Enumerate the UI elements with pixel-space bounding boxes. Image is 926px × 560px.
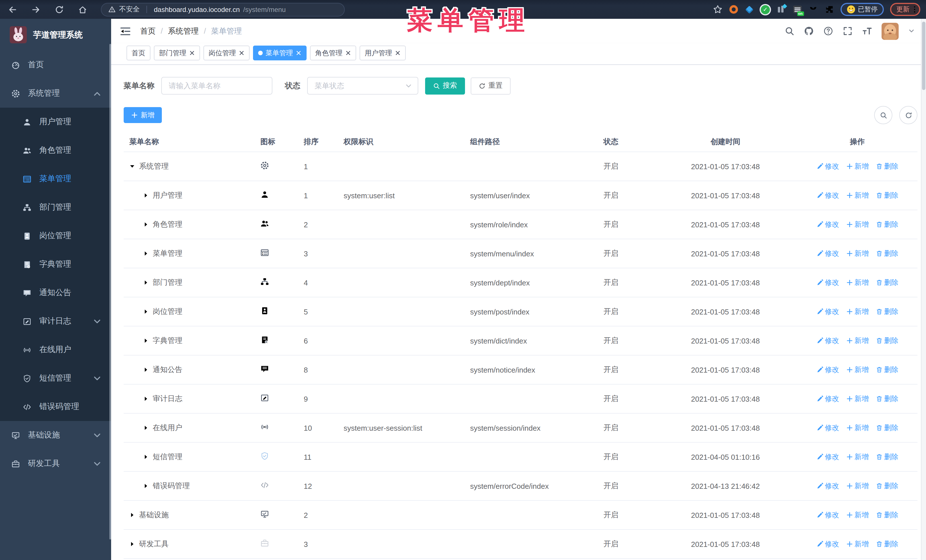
extension-columns-icon[interactable] bbox=[776, 5, 786, 14]
extension-orange-icon[interactable] bbox=[729, 5, 738, 14]
row-delete-link[interactable]: 删除 bbox=[876, 452, 898, 462]
user-avatar[interactable] bbox=[882, 23, 899, 39]
sidebar-item-基础设施[interactable]: 基础设施 bbox=[0, 421, 111, 450]
row-edit-link[interactable]: 修改 bbox=[816, 190, 839, 200]
add-button[interactable]: 新增 bbox=[124, 107, 162, 123]
row-expander-icon[interactable] bbox=[143, 251, 149, 257]
browser-home-button[interactable] bbox=[76, 3, 89, 16]
row-edit-link[interactable]: 修改 bbox=[816, 423, 839, 433]
kebab-menu-icon[interactable] bbox=[914, 6, 916, 13]
sidebar-collapse-icon[interactable] bbox=[120, 26, 131, 36]
row-add-link[interactable]: 新增 bbox=[846, 278, 869, 287]
browser-update-button[interactable]: 更新 bbox=[890, 3, 920, 16]
row-add-link[interactable]: 新增 bbox=[846, 481, 869, 491]
bookmark-star-icon[interactable] bbox=[713, 5, 722, 14]
row-edit-link[interactable]: 修改 bbox=[816, 162, 839, 171]
row-delete-link[interactable]: 删除 bbox=[876, 220, 898, 229]
tab-用户管理[interactable]: 用户管理 bbox=[360, 45, 406, 60]
sidebar-scrollbar[interactable] bbox=[109, 44, 111, 539]
sidebar-item-审计日志[interactable]: 审计日志 bbox=[0, 307, 111, 335]
row-edit-link[interactable]: 修改 bbox=[816, 307, 839, 317]
status-select[interactable]: 菜单状态 bbox=[307, 77, 418, 95]
extension-gem-icon[interactable] bbox=[744, 5, 754, 14]
row-add-link[interactable]: 新增 bbox=[846, 365, 869, 374]
row-expander-icon[interactable] bbox=[143, 193, 149, 198]
row-expander-icon[interactable] bbox=[143, 483, 149, 489]
search-button[interactable]: 搜索 bbox=[425, 77, 465, 94]
sidebar-item-部门管理[interactable]: 部门管理 bbox=[0, 193, 111, 222]
sidebar-item-角色管理[interactable]: 角色管理 bbox=[0, 136, 111, 165]
tab-角色管理[interactable]: 角色管理 bbox=[310, 45, 356, 60]
sidebar-item-岗位管理[interactable]: 岗位管理 bbox=[0, 222, 111, 250]
row-delete-link[interactable]: 删除 bbox=[876, 336, 898, 346]
tab-菜单管理[interactable]: 菜单管理 bbox=[253, 45, 307, 60]
breadcrumb-item[interactable]: 首页 bbox=[140, 26, 156, 36]
menu-name-input[interactable] bbox=[161, 77, 272, 95]
sidebar-item-菜单管理[interactable]: 菜单管理 bbox=[0, 165, 111, 193]
sidebar-item-系统管理[interactable]: 系统管理 bbox=[0, 79, 111, 108]
row-expander-icon[interactable] bbox=[143, 222, 149, 227]
row-expander-icon[interactable] bbox=[143, 396, 149, 402]
page-scrollbar[interactable] bbox=[921, 19, 926, 560]
sidebar-item-通知公告[interactable]: 通知公告 bbox=[0, 279, 111, 307]
recorder-paused-badge[interactable]: 已暂停 bbox=[840, 3, 884, 16]
row-edit-link[interactable]: 修改 bbox=[816, 278, 839, 287]
row-edit-link[interactable]: 修改 bbox=[816, 394, 839, 404]
row-expander-icon[interactable] bbox=[143, 309, 149, 314]
toggle-search-button[interactable] bbox=[874, 106, 893, 124]
row-add-link[interactable]: 新增 bbox=[846, 423, 869, 433]
row-delete-link[interactable]: 删除 bbox=[876, 190, 898, 200]
row-expander-icon[interactable] bbox=[129, 512, 135, 518]
row-expander-icon[interactable] bbox=[129, 541, 135, 547]
row-expander-icon[interactable] bbox=[143, 280, 149, 285]
row-edit-link[interactable]: 修改 bbox=[816, 336, 839, 346]
row-add-link[interactable]: 新增 bbox=[846, 539, 869, 549]
tab-首页[interactable]: 首页 bbox=[127, 45, 150, 60]
sidebar-item-研发工具[interactable]: 研发工具 bbox=[0, 450, 111, 478]
sidebar-item-在线用户[interactable]: 在线用户 bbox=[0, 335, 111, 364]
row-add-link[interactable]: 新增 bbox=[846, 307, 869, 317]
row-edit-link[interactable]: 修改 bbox=[816, 510, 839, 520]
sidebar-item-错误码管理[interactable]: 错误码管理 bbox=[0, 392, 111, 421]
help-icon[interactable] bbox=[823, 26, 833, 36]
header-search-icon[interactable] bbox=[785, 26, 794, 36]
tab-部门管理[interactable]: 部门管理 bbox=[154, 45, 200, 60]
row-add-link[interactable]: 新增 bbox=[846, 249, 869, 258]
extension-on-switch-icon[interactable]: on bbox=[792, 5, 802, 14]
browser-back-button[interactable] bbox=[6, 3, 20, 16]
row-delete-link[interactable]: 删除 bbox=[876, 510, 898, 520]
row-expander-icon[interactable] bbox=[143, 454, 149, 460]
tab-close-icon[interactable] bbox=[395, 50, 401, 56]
row-add-link[interactable]: 新增 bbox=[846, 336, 869, 346]
row-expander-icon[interactable] bbox=[129, 163, 135, 169]
row-add-link[interactable]: 新增 bbox=[846, 510, 869, 520]
tab-close-icon[interactable] bbox=[296, 50, 301, 56]
row-edit-link[interactable]: 修改 bbox=[816, 452, 839, 462]
row-delete-link[interactable]: 删除 bbox=[876, 278, 898, 287]
row-edit-link[interactable]: 修改 bbox=[816, 220, 839, 229]
row-add-link[interactable]: 新增 bbox=[846, 394, 869, 404]
row-edit-link[interactable]: 修改 bbox=[816, 249, 839, 258]
row-add-link[interactable]: 新增 bbox=[846, 190, 869, 200]
extension-plant-icon[interactable] bbox=[808, 5, 818, 14]
row-delete-link[interactable]: 删除 bbox=[876, 394, 898, 404]
row-edit-link[interactable]: 修改 bbox=[816, 481, 839, 491]
row-delete-link[interactable]: 删除 bbox=[876, 162, 898, 171]
sidebar-item-短信管理[interactable]: 短信管理 bbox=[0, 364, 111, 392]
row-delete-link[interactable]: 删除 bbox=[876, 365, 898, 374]
extensions-puzzle-icon[interactable] bbox=[824, 5, 834, 14]
tab-close-icon[interactable] bbox=[189, 50, 195, 56]
row-expander-icon[interactable] bbox=[143, 367, 149, 373]
row-delete-link[interactable]: 删除 bbox=[876, 539, 898, 549]
font-size-icon[interactable] bbox=[862, 26, 872, 36]
scrollbar-thumb[interactable] bbox=[922, 22, 925, 90]
row-add-link[interactable]: 新增 bbox=[846, 162, 869, 171]
row-add-link[interactable]: 新增 bbox=[846, 220, 869, 229]
sidebar-item-用户管理[interactable]: 用户管理 bbox=[0, 108, 111, 136]
row-expander-icon[interactable] bbox=[143, 425, 149, 431]
breadcrumb-item[interactable]: 系统管理 bbox=[168, 26, 199, 36]
address-bar[interactable]: 不安全 dashboard.yudao.iocoder.cn/system/me… bbox=[101, 3, 345, 16]
row-edit-link[interactable]: 修改 bbox=[816, 365, 839, 374]
fullscreen-icon[interactable] bbox=[843, 26, 852, 36]
row-delete-link[interactable]: 删除 bbox=[876, 423, 898, 433]
